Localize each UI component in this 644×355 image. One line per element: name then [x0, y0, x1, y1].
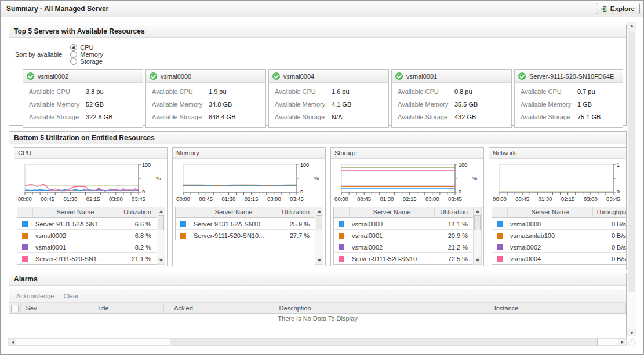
explore-button-label: Explore	[610, 5, 635, 12]
value-cell: 0 B/s	[593, 255, 627, 262]
status-ok-icon	[27, 72, 34, 80]
server-name: vsmal0001	[406, 73, 437, 80]
status-ok-icon	[518, 72, 526, 80]
horizontal-scrollbar[interactable]	[8, 338, 627, 346]
svg-text:0: 0	[459, 189, 461, 195]
alarms-column-header-instance[interactable]: Instance	[387, 303, 626, 313]
explore-button[interactable]: Explore	[596, 3, 640, 14]
resource-row: Available Storage75.1 GB	[521, 114, 623, 121]
value-column-header[interactable]: Utilization	[434, 207, 473, 217]
resource-label: Available Memory	[152, 101, 209, 108]
table-vertical-scrollbar[interactable]	[473, 207, 482, 265]
series-swatch	[497, 244, 503, 250]
server-card-header: vsmal0004	[269, 70, 388, 83]
table-row[interactable]: vsmal00026.8 %	[17, 229, 157, 241]
table-row[interactable]: vsmal000120.9 %	[334, 229, 473, 241]
table-row[interactable]: vsmal00020 B/s	[492, 241, 627, 252]
table-row[interactable]: vsmal000221.2 %	[334, 241, 473, 252]
table-scroll-up-button[interactable]	[474, 207, 481, 215]
table-row[interactable]: vsmal000014.1 %	[334, 218, 473, 229]
up-arrow-icon	[159, 210, 163, 213]
resource-value: 3.8 pu	[86, 88, 104, 96]
value-cell: 25.9 %	[276, 221, 315, 228]
acknowledge-button[interactable]: Acknowledge	[16, 292, 54, 299]
server-name-column-header[interactable]: Server Name	[32, 207, 118, 217]
legend-cell	[17, 244, 32, 250]
bottom5-panel: Bottom 5 Utilization on Entitled Resourc…	[9, 131, 627, 270]
resource-value: 0.8 pu	[454, 88, 472, 96]
radio-icon-storage[interactable]	[70, 58, 77, 65]
select-all-checkbox[interactable]	[11, 305, 19, 312]
resource-value: 52 GB	[86, 101, 104, 108]
resource-row: Available Memory35.5 GB	[398, 101, 511, 108]
sort-option-memory[interactable]: Memory	[70, 51, 103, 58]
table-scroll-thumb[interactable]	[474, 215, 481, 230]
svg-text:100: 100	[459, 162, 467, 168]
scroll-up-button[interactable]	[627, 22, 636, 30]
scroll-left-button[interactable]	[9, 339, 16, 345]
table-scroll-thumb[interactable]	[158, 215, 164, 230]
clear-button[interactable]: Clear	[63, 292, 78, 299]
svg-text:100: 100	[300, 162, 309, 168]
resource-row: Available StorageN/A	[275, 114, 388, 121]
up-arrow-icon	[476, 210, 479, 213]
value-column-header[interactable]: Throughput	[592, 207, 627, 217]
alarms-column-header-sev[interactable]: Sev	[21, 303, 42, 313]
value-column-header[interactable]: Utilization	[118, 207, 157, 217]
table-scroll-down-button[interactable]	[315, 257, 323, 264]
alarms-column-header-description[interactable]: Description	[203, 303, 387, 313]
table-scroll-up-button[interactable]	[157, 207, 165, 215]
table-vertical-scrollbar[interactable]	[315, 207, 323, 265]
table-row[interactable]: vsmal00000 B/s	[492, 218, 627, 229]
bottom5-panel-title: Bottom 5 Utilization on Entitled Resourc…	[9, 132, 626, 144]
vertical-scroll-thumb[interactable]	[628, 31, 635, 292]
svg-text:0: 0	[142, 189, 145, 195]
table-scroll-up-button[interactable]	[315, 207, 323, 215]
value-column-header[interactable]: Utilization	[276, 207, 315, 217]
cpu-chart: 1000%00:0000:4501:3002:1503:0003:45	[16, 160, 162, 206]
server-name-column-header[interactable]: Server Name	[349, 207, 434, 217]
value-cell: 72.5 %	[435, 255, 473, 262]
title-bar: Summary - All Managed Server Explore	[1, 1, 643, 17]
server-card[interactable]: vsmal0000Available CPU1.9 puAvailable Me…	[145, 69, 266, 128]
alarms-column-header-title[interactable]: Title	[42, 303, 164, 313]
scroll-down-button[interactable]	[627, 329, 636, 336]
server-card[interactable]: Server-9111-520-SN10FD64EAvailable CPU0.…	[514, 69, 623, 128]
utilization-table: Server NameUtilizationvsmal000014.1 %vsm…	[333, 207, 474, 265]
table-row[interactable]: Server-9111-520-SN10...72.5 %	[334, 252, 473, 264]
server-name-cell: vsmal0000	[349, 221, 435, 228]
table-vertical-scrollbar[interactable]	[157, 207, 165, 265]
server-card[interactable]: vsmal0001Available CPU0.8 puAvailable Me…	[391, 69, 512, 128]
horizontal-scroll-thumb[interactable]	[170, 339, 598, 345]
network-chart: 1000:0000:4501:3002:1503:0003:45	[490, 160, 627, 206]
sort-option-storage[interactable]: Storage	[70, 58, 103, 65]
table-scroll-down-button[interactable]	[157, 257, 165, 264]
table-row[interactable]: Server-9131-52A-SN10...25.9 %	[176, 218, 315, 229]
server-name-column-header[interactable]: Server Name	[507, 207, 592, 217]
radio-icon-memory[interactable]	[70, 51, 77, 58]
legend-column-header	[334, 207, 349, 217]
server-name-column-header[interactable]: Server Name	[191, 207, 276, 217]
radio-icon-cpu[interactable]	[70, 44, 77, 51]
resource-value: 34.8 GB	[209, 101, 232, 108]
table-scroll-thumb[interactable]	[316, 215, 322, 230]
table-row[interactable]: Server-9111-520-SN1...21.1 %	[17, 252, 157, 264]
table-row[interactable]: Server-9111-520-SN10...27.7 %	[176, 229, 315, 240]
scroll-right-button[interactable]	[618, 339, 626, 345]
server-card[interactable]: vsmal0004Available CPU1.6 puAvailable Me…	[268, 69, 389, 128]
table-row[interactable]: vsmal00018.2 %	[17, 241, 157, 252]
server-name: vsmal0002	[38, 73, 68, 80]
vertical-scrollbar[interactable]	[627, 22, 636, 336]
table-row[interactable]: vsmatsmlab1000 B/s	[492, 229, 627, 241]
utilization-panel-title: Storage	[331, 148, 483, 159]
svg-text:00:00: 00:00	[18, 196, 32, 202]
server-name-cell: vsmatsmlab100	[507, 232, 593, 239]
value-cell: 20.9 %	[435, 232, 473, 239]
table-row[interactable]: Server-9131-52A-SN1...6.6 %	[17, 218, 157, 229]
server-card[interactable]: vsmal0002Available CPU3.8 puAvailable Me…	[23, 69, 143, 128]
utilization-panel-network: Network1000:0000:4501:3002:1503:0003:45S…	[489, 147, 627, 266]
table-row[interactable]: vsmal00040 B/s	[492, 252, 627, 264]
sort-option-cpu[interactable]: CPU	[70, 44, 103, 51]
table-scroll-down-button[interactable]	[474, 257, 481, 264]
alarms-column-header-acked[interactable]: Ack'ed	[164, 303, 203, 313]
